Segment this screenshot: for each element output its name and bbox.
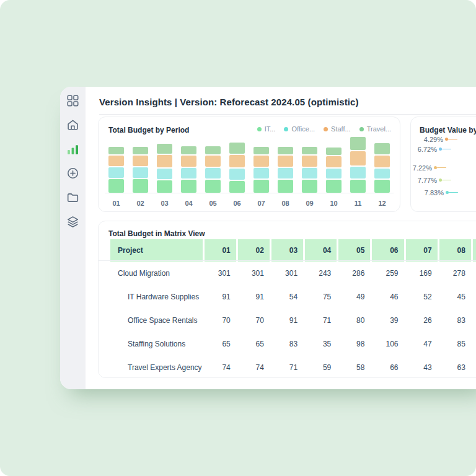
table-cell: 259 bbox=[372, 262, 403, 285]
x-axis: 010203040506070809101112 bbox=[108, 200, 390, 207]
bar-segment bbox=[181, 156, 196, 167]
bar-segment bbox=[302, 156, 317, 167]
bar-segment bbox=[374, 180, 390, 193]
table-cell: 43 bbox=[406, 356, 438, 378]
table-cell: 65 bbox=[238, 332, 270, 356]
bar-04 bbox=[181, 146, 196, 193]
table-cell-project: Staffing Solutions bbox=[110, 332, 203, 356]
table-cell: 39 bbox=[372, 309, 403, 332]
sidebar-item-dashboard[interactable] bbox=[67, 95, 79, 107]
bar-plot bbox=[108, 131, 390, 193]
table-cell: 91 bbox=[238, 285, 270, 309]
table-header-cell: 04 bbox=[305, 239, 337, 262]
bar-segment bbox=[374, 169, 390, 178]
donut-leader-line bbox=[446, 191, 458, 194]
bar-10 bbox=[326, 148, 342, 193]
bar-segment bbox=[157, 155, 172, 167]
bar-05 bbox=[205, 146, 221, 193]
header-divider bbox=[99, 114, 476, 115]
layers-icon bbox=[67, 216, 79, 227]
x-axis-label: 09 bbox=[302, 200, 317, 207]
donut-label: 4.29% bbox=[411, 135, 457, 143]
table-cell: 74 bbox=[238, 356, 270, 378]
table-row: Travel Experts Agency7474715958664363531 bbox=[110, 356, 476, 378]
donut-label-text: 7.22% bbox=[413, 164, 432, 172]
bar-segment bbox=[253, 147, 269, 154]
table-row: Staffing Solutions65658335981064785116 bbox=[110, 332, 476, 356]
bar-segment bbox=[157, 144, 172, 154]
table-cell: 301 bbox=[238, 262, 270, 285]
table-cell: 91 bbox=[205, 285, 236, 309]
table-header-divider bbox=[99, 260, 476, 261]
bar-segment bbox=[108, 179, 124, 193]
donut-label-text: 6.72% bbox=[418, 146, 437, 153]
bar-segment bbox=[229, 143, 245, 154]
table-cell: 58 bbox=[338, 356, 370, 378]
donut-chart-card: Budget Value by Selected 4.29% 6.72% 7.2… bbox=[410, 117, 476, 212]
bar-segment bbox=[374, 156, 390, 167]
table-cell: 65 bbox=[473, 309, 476, 332]
bar-segment bbox=[374, 143, 390, 154]
bar-segment bbox=[253, 180, 269, 193]
x-axis-label: 06 bbox=[229, 200, 245, 207]
bar-segment bbox=[108, 147, 124, 154]
bar-segment bbox=[326, 169, 342, 178]
table-cell: 65 bbox=[205, 332, 236, 356]
table-cell: 301 bbox=[271, 262, 303, 285]
table-header-cell: Project bbox=[110, 239, 203, 262]
home-icon bbox=[67, 119, 79, 131]
table-cell: 70 bbox=[205, 309, 236, 332]
donut-leader-line bbox=[439, 178, 451, 182]
bar-segment bbox=[133, 156, 148, 166]
donut-leader-line bbox=[439, 148, 451, 151]
table-cell: 80 bbox=[338, 309, 370, 332]
bar-segment bbox=[157, 180, 172, 193]
sidebar-item-files[interactable] bbox=[67, 192, 79, 203]
table-cell: 243 bbox=[305, 262, 337, 285]
table-row: Cloud Migration3013013012432862591692782… bbox=[110, 262, 476, 285]
bar-segment bbox=[326, 180, 342, 193]
x-axis-label: 11 bbox=[350, 200, 366, 207]
donut-label: 7.83% bbox=[411, 188, 458, 196]
table-header-cell: 08 bbox=[439, 239, 471, 262]
x-axis-label: 07 bbox=[253, 200, 269, 207]
table-cell: 47 bbox=[406, 332, 438, 356]
bar-segment bbox=[302, 147, 317, 154]
table-cell: 35 bbox=[305, 332, 337, 356]
x-axis-line bbox=[105, 193, 394, 193]
bar-segment bbox=[326, 148, 342, 155]
donut-label-text: 4.29% bbox=[424, 136, 443, 143]
table-cell: 52 bbox=[406, 285, 438, 309]
table-cell: 66 bbox=[372, 356, 403, 378]
x-axis-label: 01 bbox=[108, 200, 124, 207]
table-cell: 98 bbox=[338, 332, 370, 356]
bar-segment bbox=[350, 180, 366, 193]
bar-12 bbox=[374, 143, 390, 193]
table-header-cell: 01 bbox=[205, 239, 236, 262]
sidebar-item-layers[interactable] bbox=[67, 216, 79, 227]
table-cell: 46 bbox=[372, 285, 403, 309]
app-card: Version Insights | Version: Reforecast 2… bbox=[60, 87, 476, 389]
table-cell: 74 bbox=[205, 356, 236, 378]
table-header-cell: 06 bbox=[372, 239, 403, 262]
table-cell-project: IT Hardware Supplies bbox=[110, 285, 203, 309]
table-cell: 58 bbox=[473, 285, 476, 309]
bar-segment bbox=[253, 156, 269, 167]
bar-segment bbox=[253, 168, 269, 178]
x-axis-label: 02 bbox=[133, 200, 148, 207]
bar-segment bbox=[302, 180, 317, 193]
bar-03 bbox=[157, 144, 172, 193]
sidebar-item-analytics[interactable] bbox=[67, 143, 79, 155]
table-cell: 63 bbox=[439, 356, 471, 378]
x-axis-label: 04 bbox=[181, 200, 196, 207]
dashboard-grid-icon bbox=[67, 95, 79, 107]
sidebar-item-create[interactable] bbox=[67, 167, 79, 179]
bar-segment bbox=[133, 179, 148, 193]
matrix-table-card: Total Budget in Matrix View Project01020… bbox=[98, 221, 476, 378]
sidebar-item-home[interactable] bbox=[67, 119, 79, 131]
bar-08 bbox=[278, 147, 293, 193]
table-cell: 278 bbox=[439, 262, 471, 285]
table-cell-project: Cloud Migration bbox=[110, 262, 203, 285]
bar-01 bbox=[108, 147, 124, 193]
bar-segment bbox=[181, 168, 196, 178]
